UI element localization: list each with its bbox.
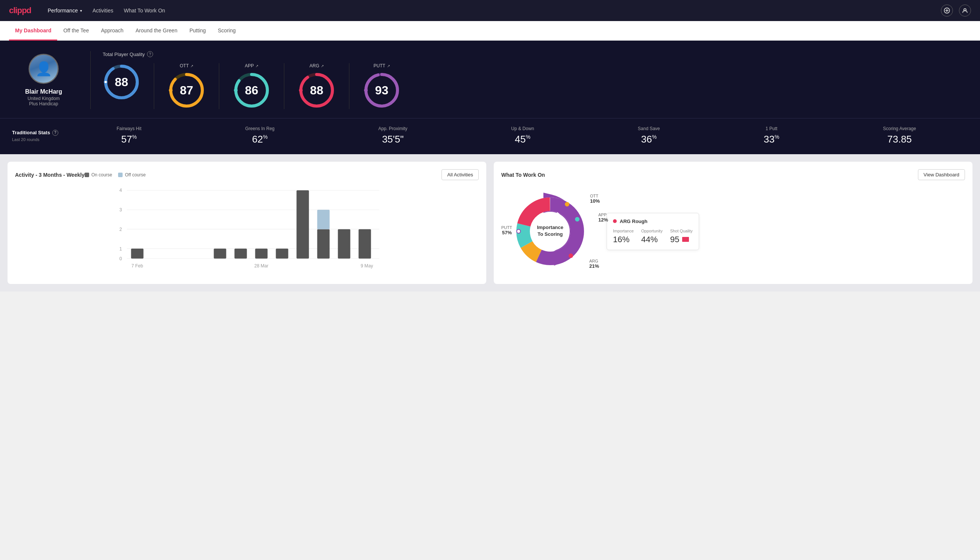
- svg-point-18: [364, 89, 368, 92]
- donut-wrapper: Importance To Scoring PUTT 57%: [501, 186, 599, 277]
- ring-putt: PUTT ↗ 93: [349, 63, 414, 109]
- add-button[interactable]: [941, 5, 953, 17]
- legend-on-course-dot: [85, 173, 89, 177]
- svg-text:28 Mar: 28 Mar: [254, 263, 268, 268]
- svg-rect-35: [318, 229, 330, 258]
- logo[interactable]: clippd: [9, 6, 31, 15]
- score-rings: 88 OTT ↗ 87: [103, 63, 968, 109]
- trad-stats-label: Traditional Stats ? Last 20 rounds: [12, 130, 65, 142]
- svg-text:Importance: Importance: [537, 225, 563, 230]
- svg-rect-38: [359, 229, 371, 258]
- trad-help-icon[interactable]: ?: [52, 130, 58, 136]
- what-to-work-on-panel: What To Work On View Dashboard: [494, 162, 972, 284]
- arg-metrics: Importance 16% Opportunity 44% Shot Qual…: [613, 229, 693, 245]
- nav-links: Performance ▾ Activities What To Work On: [48, 8, 165, 13]
- avatar: [28, 54, 59, 84]
- ring-total: 88: [103, 63, 154, 109]
- svg-rect-31: [235, 248, 247, 258]
- nav-right: [941, 5, 971, 17]
- arg-card: ARG Rough Importance 16% Opportunity 44%…: [607, 213, 699, 250]
- ring-putt-label: PUTT ↗: [373, 63, 389, 68]
- svg-point-6: [104, 80, 107, 83]
- svg-text:0: 0: [120, 256, 122, 262]
- user-button[interactable]: [959, 5, 971, 17]
- ring-app-label: APP ↗: [245, 63, 258, 68]
- dashboard-header: Blair McHarg United Kingdom Plus Handica…: [0, 41, 980, 118]
- ring-arg-label: ARG ↗: [309, 63, 324, 68]
- svg-point-52: [576, 217, 579, 221]
- traditional-stats: Traditional Stats ? Last 20 rounds Fairw…: [0, 118, 980, 154]
- ring-total-container: 88: [103, 63, 140, 101]
- nav-what-to-work-on[interactable]: What To Work On: [124, 8, 165, 13]
- arg-shot-quality: Shot Quality 95: [670, 229, 693, 245]
- tab-scoring[interactable]: Scoring: [212, 21, 241, 41]
- svg-text:1: 1: [120, 246, 122, 252]
- trad-items: Fairways Hit 57% Greens In Reg 62% App. …: [65, 126, 968, 145]
- player-info: Blair McHarg United Kingdom Plus Handica…: [12, 54, 87, 107]
- app-label: APP 12%: [598, 212, 608, 223]
- ring-ott-label: OTT ↗: [180, 63, 193, 68]
- svg-text:2: 2: [120, 227, 122, 232]
- all-activities-button[interactable]: All Activities: [441, 169, 479, 180]
- svg-text:To Scoring: To Scoring: [538, 231, 563, 237]
- svg-point-15: [299, 89, 302, 92]
- ring-ott: OTT ↗ 87: [154, 63, 219, 109]
- svg-rect-33: [276, 248, 288, 258]
- topnav: clippd Performance ▾ Activities What To …: [0, 0, 980, 21]
- svg-rect-30: [214, 248, 226, 258]
- legend-off-course-dot: [118, 173, 123, 177]
- tpq-label: Total Player Quality ?: [103, 51, 968, 57]
- chart-area: 4 3 2 1 0: [15, 186, 479, 269]
- donut-svg: Importance To Scoring: [501, 186, 599, 277]
- arg-label: ARG 21%: [589, 259, 599, 269]
- svg-text:7 Feb: 7 Feb: [131, 263, 143, 268]
- svg-point-12: [234, 89, 237, 92]
- activity-panel-title: Activity - 3 Months - Weekly: [15, 172, 85, 178]
- activity-panel: Activity - 3 Months - Weekly On course O…: [8, 162, 486, 284]
- stat-one-putt: 1 Putt 33%: [764, 126, 779, 145]
- svg-text:3: 3: [120, 207, 122, 212]
- tpq-section: Total Player Quality ? 88: [94, 51, 968, 109]
- ring-arg-score: 88: [310, 83, 323, 97]
- ring-putt-container: 93: [363, 72, 401, 109]
- arrow-icon: ↗: [255, 64, 258, 68]
- ring-total-score: 88: [115, 75, 128, 89]
- stat-app-proximity: App. Proximity 35'5": [378, 126, 407, 145]
- tpq-help-icon[interactable]: ?: [147, 51, 153, 57]
- putt-label: PUTT 57%: [501, 225, 512, 235]
- ring-app-score: 86: [245, 83, 258, 97]
- svg-rect-36: [318, 210, 330, 229]
- wtwon-panel-title: What To Work On: [501, 172, 545, 178]
- donut-panel-content: Importance To Scoring PUTT 57%: [501, 186, 965, 277]
- svg-rect-34: [297, 190, 309, 259]
- arrow-icon: ↗: [321, 64, 324, 68]
- tab-putting[interactable]: Putting: [183, 21, 212, 41]
- nav-activities[interactable]: Activities: [93, 8, 113, 13]
- tab-around-the-green[interactable]: Around the Green: [129, 21, 183, 41]
- tab-approach[interactable]: Approach: [95, 21, 129, 41]
- stat-fairways-hit: Fairways Hit 57%: [116, 126, 141, 145]
- arg-dot-icon: [613, 219, 617, 223]
- ring-ott-container: 87: [168, 72, 205, 109]
- arg-importance: Importance 16%: [613, 229, 634, 245]
- tab-my-dashboard[interactable]: My Dashboard: [9, 21, 57, 41]
- tabs-bar: My Dashboard Off the Tee Approach Around…: [0, 21, 980, 41]
- ring-app: APP ↗ 86: [219, 63, 284, 109]
- stat-scoring-avg: Scoring Average 73.85: [883, 126, 916, 145]
- svg-point-51: [565, 202, 569, 206]
- svg-rect-32: [255, 248, 268, 258]
- nav-performance[interactable]: Performance ▾: [48, 8, 82, 13]
- view-dashboard-button[interactable]: View Dashboard: [918, 169, 965, 180]
- chart-legend: On course Off course: [85, 172, 146, 178]
- ring-arg-container: 88: [298, 72, 335, 109]
- ott-label: OTT 10%: [590, 194, 600, 204]
- activity-chart-svg: 4 3 2 1 0: [15, 186, 479, 269]
- svg-text:4: 4: [120, 188, 122, 193]
- tab-off-the-tee[interactable]: Off the Tee: [57, 21, 95, 41]
- legend-off-course: Off course: [118, 172, 146, 178]
- stat-sand-save: Sand Save 36%: [638, 126, 660, 145]
- player-handicap: Plus Handicap: [29, 101, 58, 107]
- svg-rect-29: [131, 248, 144, 258]
- svg-point-50: [517, 229, 521, 233]
- chevron-down-icon: ▾: [80, 8, 82, 13]
